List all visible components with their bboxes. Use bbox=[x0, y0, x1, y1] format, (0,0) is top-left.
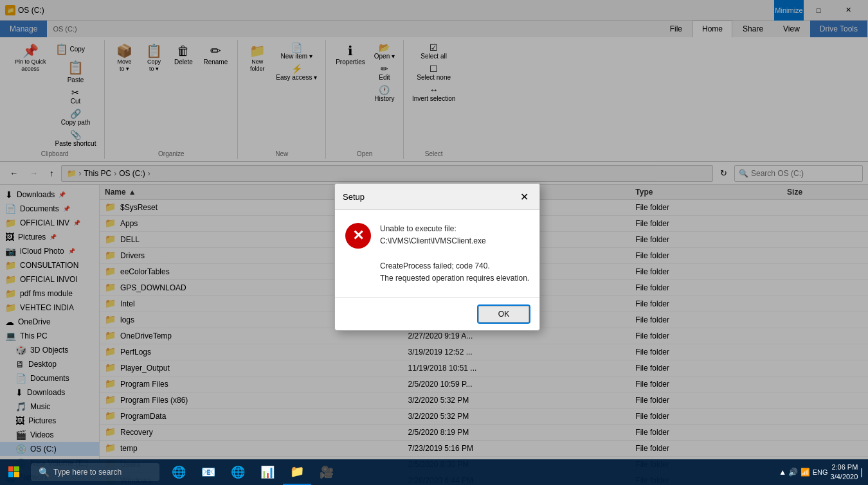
dialog-line1: Unable to execute file: bbox=[380, 223, 529, 235]
taskbar-app-outlook[interactable]: 📧 bbox=[194, 459, 222, 485]
taskbar: 🔍 Type here to search 🌐 📧 🌐 📊 📁 🎥 ▲ 🔊 📶 … bbox=[0, 459, 868, 485]
taskbar-search-icon: 🔍 bbox=[39, 467, 50, 477]
svg-rect-0 bbox=[8, 466, 14, 472]
dialog-ok-button[interactable]: OK bbox=[478, 306, 529, 322]
svg-rect-2 bbox=[8, 472, 14, 477]
svg-rect-1 bbox=[14, 466, 19, 472]
taskbar-right: ▲ 🔊 📶 ENG 2:06 PM 3/4/2020 | bbox=[773, 463, 868, 482]
taskbar-app-excel[interactable]: 📊 bbox=[253, 459, 282, 485]
taskbar-apps: 🌐 📧 🌐 📊 📁 🎥 bbox=[165, 459, 341, 485]
taskbar-date-display: 3/4/2020 bbox=[831, 472, 858, 482]
taskbar-system-icons: ▲ 🔊 📶 bbox=[779, 468, 810, 477]
taskbar-app-ivms[interactable]: 🎥 bbox=[312, 459, 341, 485]
dialog-line4: CreateProcess failed; code 740. bbox=[380, 260, 529, 272]
taskbar-app-explorer[interactable]: 📁 bbox=[283, 459, 311, 485]
taskbar-clock[interactable]: 2:06 PM 3/4/2020 bbox=[831, 463, 858, 482]
windows-logo-icon bbox=[8, 466, 20, 478]
start-button[interactable] bbox=[0, 459, 28, 485]
dialog-overlay: Setup ✕ ✕ Unable to execute file: C:\IVM… bbox=[0, 0, 868, 485]
taskbar-app-ie[interactable]: 🌐 bbox=[224, 459, 252, 485]
dialog-footer: OK bbox=[335, 297, 539, 330]
dialog-message: Unable to execute file: C:\IVMS\Client\I… bbox=[380, 223, 529, 285]
dialog-body: ✕ Unable to execute file: C:\IVMS\Client… bbox=[335, 210, 539, 297]
taskbar-search-box[interactable]: 🔍 Type here to search bbox=[31, 463, 159, 481]
error-icon: ✕ bbox=[345, 223, 371, 249]
taskbar-search-text: Type here to search bbox=[53, 468, 122, 477]
dialog-line2: C:\IVMS\Client\IVMSClient.exe bbox=[380, 235, 529, 247]
dialog-close-button[interactable]: ✕ bbox=[516, 189, 532, 204]
show-desktop-button[interactable]: | bbox=[860, 467, 863, 477]
dialog-line5: The requested operation requires elevati… bbox=[380, 272, 529, 285]
taskbar-app-chrome[interactable]: 🌐 bbox=[165, 459, 193, 485]
dialog-title-bar: Setup ✕ bbox=[335, 184, 539, 210]
taskbar-time-display: 2:06 PM bbox=[831, 463, 858, 472]
svg-rect-3 bbox=[14, 472, 19, 477]
taskbar-lang: ENG bbox=[813, 468, 828, 476]
setup-dialog: Setup ✕ ✕ Unable to execute file: C:\IVM… bbox=[334, 183, 540, 331]
dialog-title: Setup bbox=[343, 192, 365, 202]
